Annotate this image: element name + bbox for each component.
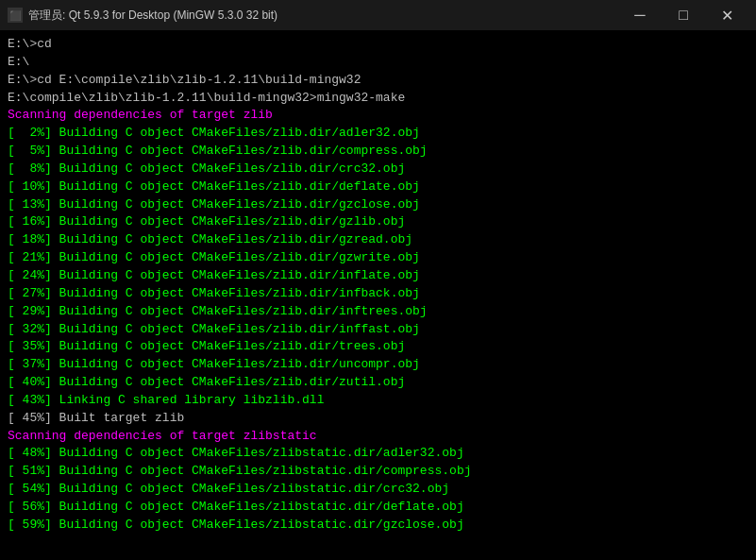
terminal-line: [ 27%] Building C object CMakeFiles/zlib… bbox=[8, 285, 748, 303]
terminal-line: [ 21%] Building C object CMakeFiles/zlib… bbox=[8, 249, 748, 267]
terminal-line: [ 18%] Building C object CMakeFiles/zlib… bbox=[8, 231, 748, 249]
terminal-line: [ 51%] Building C object CMakeFiles/zlib… bbox=[8, 463, 748, 481]
minimize-button[interactable]: ─ bbox=[618, 0, 662, 30]
terminal-line: [ 45%] Built target zlib bbox=[8, 410, 748, 428]
terminal-line: [ 2%] Building C object CMakeFiles/zlib.… bbox=[8, 125, 748, 143]
app-icon: ⬛ bbox=[8, 8, 23, 23]
titlebar: ⬛ 管理员: Qt 5.9.3 for Desktop (MinGW 5.3.0… bbox=[0, 0, 756, 30]
maximize-button[interactable]: □ bbox=[662, 0, 705, 30]
terminal-line: Scanning dependencies of target zlibstat… bbox=[8, 428, 748, 446]
terminal-line: Scanning dependencies of target zlib bbox=[8, 107, 748, 125]
terminal-line: [ 8%] Building C object CMakeFiles/zlib.… bbox=[8, 161, 748, 178]
terminal-line: [ 10%] Building C object CMakeFiles/zlib… bbox=[8, 178, 748, 196]
terminal-line: [ 59%] Building C object CMakeFiles/zlib… bbox=[8, 517, 748, 535]
terminal-line: E:\>cd bbox=[8, 36, 748, 54]
terminal-line: [ 43%] Linking C shared library libzlib.… bbox=[8, 392, 748, 410]
close-button[interactable]: ✕ bbox=[705, 0, 748, 30]
terminal-line: [ 48%] Building C object CMakeFiles/zlib… bbox=[8, 445, 748, 463]
terminal-line: [ 32%] Building C object CMakeFiles/zlib… bbox=[8, 321, 748, 339]
terminal-line: [ 24%] Building C object CMakeFiles/zlib… bbox=[8, 267, 748, 285]
terminal-line: [ 56%] Building C object CMakeFiles/zlib… bbox=[8, 499, 748, 517]
terminal-line: [ 29%] Building C object CMakeFiles/zlib… bbox=[8, 303, 748, 321]
terminal-line: [ 35%] Building C object CMakeFiles/zlib… bbox=[8, 338, 748, 356]
terminal-line: E:\compile\zlib\zlib-1.2.11\build-mingw3… bbox=[8, 90, 748, 108]
terminal-line: [ 54%] Building C object CMakeFiles/zlib… bbox=[8, 481, 748, 499]
terminal-line: [ 37%] Building C object CMakeFiles/zlib… bbox=[8, 356, 748, 374]
window-controls: ─ □ ✕ bbox=[618, 0, 748, 30]
terminal-line: E:\>cd E:\compile\zlib\zlib-1.2.11\build… bbox=[8, 72, 748, 90]
terminal-line: [ 5%] Building C object CMakeFiles/zlib.… bbox=[8, 143, 748, 161]
terminal-line: [ 40%] Building C object CMakeFiles/zlib… bbox=[8, 374, 748, 392]
terminal-line: [ 16%] Building C object CMakeFiles/zlib… bbox=[8, 213, 748, 231]
terminal-line: E:\ bbox=[8, 54, 748, 72]
terminal-window[interactable]: E:\>cdE:\E:\>cd E:\compile\zlib\zlib-1.2… bbox=[0, 30, 756, 560]
window-title: 管理员: Qt 5.9.3 for Desktop (MinGW 5.3.0 3… bbox=[28, 8, 618, 24]
terminal-line: [ 13%] Building C object CMakeFiles/zlib… bbox=[8, 196, 748, 214]
